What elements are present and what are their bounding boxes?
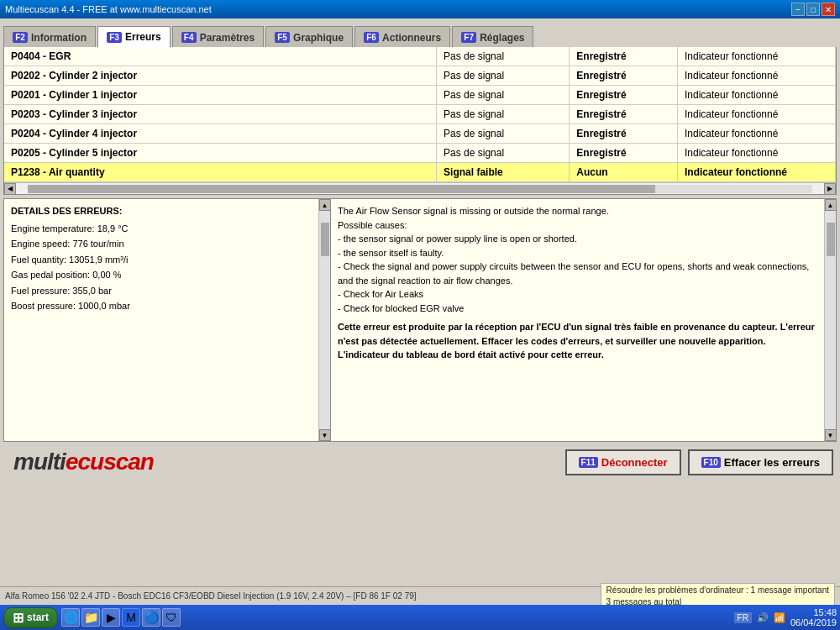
error-indicator: Indicateur fonctionné	[677, 47, 835, 66]
taskbar-icon-5[interactable]: 🔵	[142, 608, 160, 627]
tab-key: F7	[461, 32, 476, 43]
detail-line: Boost pressure: 1000,0 mbar	[11, 299, 312, 313]
error-signal: Pas de signal	[437, 144, 570, 163]
detail-line: Fuel pressure: 355,0 bar	[11, 284, 312, 298]
desc-english-line: - Check the signal and power supply circ…	[338, 260, 817, 287]
scroll-down-arrow[interactable]: ▼	[319, 429, 331, 441]
table-row[interactable]: P0202 - Cylinder 2 injector Pas de signa…	[4, 66, 836, 86]
tab-information[interactable]: F2Information	[3, 26, 96, 48]
tab-label: Information	[31, 32, 87, 44]
error-indicator: Indicateur fonctionné	[677, 163, 835, 182]
speaker-icon: 🔊	[757, 612, 769, 623]
desc-english-line: - Check for blocked EGR valve	[338, 302, 817, 316]
error-signal: Pas de signal	[437, 124, 570, 144]
description-scrollbar[interactable]: ▲ ▼	[824, 199, 836, 441]
error-code: P0201 - Cylinder 1 injector	[4, 86, 437, 105]
desc-french: Cette erreur est produite par la récepti…	[338, 320, 817, 362]
bottom-panels: DETAILS DES ERREURS: Engine temperature:…	[3, 198, 837, 442]
taskbar-icon-6[interactable]: 🛡	[162, 608, 181, 627]
error-enreg: Aucun	[570, 163, 678, 182]
table-row[interactable]: P1238 - Air quantity Signal faible Aucun…	[4, 163, 836, 182]
error-enreg: Enregistré	[570, 144, 678, 163]
disconnect-button[interactable]: F11 Déconnecter	[565, 449, 681, 475]
details-panel-inner: DETAILS DES ERREURS: Engine temperature:…	[4, 199, 330, 441]
minimize-button[interactable]: −	[791, 3, 805, 16]
taskbar: ⊞ start 🌐 📁 ▶ M 🔵 🛡 FR 🔊 📶 15:48 06/04/2…	[0, 605, 840, 630]
error-code: P0203 - Cylinder 3 injector	[4, 105, 437, 124]
maximize-button[interactable]: □	[806, 3, 820, 16]
scroll-thumb-right[interactable]	[827, 223, 835, 256]
tab-key: F3	[107, 32, 122, 43]
tab-key: F2	[13, 32, 28, 43]
scroll-up-arrow[interactable]: ▲	[319, 199, 331, 211]
table-row[interactable]: P0404 - EGR Pas de signal Enregistré Ind…	[4, 47, 836, 66]
scroll-left-arrow[interactable]: ◀	[4, 183, 16, 195]
table-scrollbar[interactable]: ◀ ▶	[4, 182, 836, 194]
detail-line: Gas pedal position: 0,00 %	[11, 268, 312, 282]
close-button[interactable]: ✕	[822, 3, 835, 16]
error-indicator: Indicateur fonctionné	[677, 144, 835, 163]
error-enreg: Enregistré	[570, 66, 678, 86]
taskbar-icon-3[interactable]: ▶	[102, 608, 120, 627]
error-indicator: Indicateur fonctionné	[677, 105, 835, 124]
detail-line: Fuel quantity: 13051,9 mm³/i	[11, 253, 312, 267]
scroll-thumb[interactable]	[321, 223, 329, 256]
scroll-right-arrow[interactable]: ▶	[824, 183, 836, 195]
table-row[interactable]: P0205 - Cylinder 5 injector Pas de signa…	[4, 144, 836, 163]
table-row[interactable]: P0203 - Cylinder 3 injector Pas de signa…	[4, 105, 836, 124]
logo: multiecuscan	[13, 449, 154, 475]
scrollbar-track[interactable]	[28, 185, 812, 193]
disconnect-key: F11	[579, 457, 598, 468]
logo-ecuscan: ecuscan	[66, 449, 154, 475]
bottom-bar: multiecuscan F11 Déconnecter F10 Effacer…	[0, 442, 840, 482]
error-signal: Pas de signal	[437, 47, 570, 66]
scrollbar-thumb[interactable]	[28, 185, 655, 193]
desc-english-line: Possible causes:	[338, 218, 817, 233]
logo-area: multiecuscan	[7, 445, 160, 479]
desc-english-line: - the sensor signal or power supply line…	[338, 232, 817, 246]
start-label: start	[27, 612, 49, 623]
clock: 15:48 06/04/2019	[790, 607, 837, 627]
details-scrollbar[interactable]: ▲ ▼	[318, 199, 330, 441]
table-row[interactable]: P0204 - Cylinder 4 injector Pas de signa…	[4, 124, 836, 144]
disconnect-label: Déconnecter	[601, 456, 668, 469]
description-panel: The Air Flow Sensor signal is missing or…	[331, 198, 837, 442]
statusbar: Alfa Romeo 156 '02 2.4 JTD - Bosch EDC16…	[0, 586, 840, 605]
effacer-button[interactable]: F10 Effacer les erreurs	[688, 449, 833, 475]
vehicle-info: Alfa Romeo 156 '02 2.4 JTD - Bosch EDC16…	[5, 591, 601, 601]
taskbar-icon-4[interactable]: M	[122, 608, 140, 627]
tab-paramtres[interactable]: F4Paramètres	[172, 26, 264, 48]
taskbar-items: 🌐 📁 ▶ M 🔵 🛡	[61, 608, 731, 627]
error-signal: Signal faible	[437, 163, 570, 182]
error-indicator: Indicateur fonctionné	[677, 86, 835, 105]
tab-label: Réglages	[480, 32, 524, 44]
table-row[interactable]: P0201 - Cylinder 1 injector Pas de signa…	[4, 86, 836, 105]
titlebar: Multiecuscan 4.4 - FREE at www.multiecus…	[0, 0, 840, 18]
scroll-up-arrow-right[interactable]: ▲	[825, 199, 837, 211]
tab-rglages[interactable]: F7Réglages	[452, 26, 533, 48]
tab-erreurs[interactable]: F3Erreurs	[97, 26, 171, 48]
error-code: P0204 - Cylinder 4 injector	[4, 124, 437, 144]
clock-date: 06/04/2019	[790, 617, 837, 627]
error-code: P0202 - Cylinder 2 injector	[4, 66, 437, 86]
taskbar-icon-2[interactable]: 📁	[81, 608, 100, 627]
error-code: P1238 - Air quantity	[4, 163, 437, 182]
tab-actionneurs[interactable]: F6Actionneurs	[354, 26, 450, 48]
scroll-down-arrow-right[interactable]: ▼	[825, 429, 837, 441]
taskbar-right: FR 🔊 📶 15:48 06/04/2019	[734, 607, 837, 627]
desc-english-line: - Check for Air Leaks	[338, 287, 817, 302]
tab-key: F6	[364, 32, 379, 43]
error-signal: Pas de signal	[437, 105, 570, 124]
details-title: DETAILS DES ERREURS:	[11, 204, 312, 218]
details-content: DETAILS DES ERREURS: Engine temperature:…	[4, 199, 318, 441]
details-panel: DETAILS DES ERREURS: Engine temperature:…	[3, 198, 331, 442]
window-controls: − □ ✕	[791, 3, 835, 16]
logo-multi: multi	[13, 449, 66, 475]
language-indicator: FR	[734, 612, 752, 623]
taskbar-icon-1[interactable]: 🌐	[61, 608, 80, 627]
desc-english-line: The Air Flow Sensor signal is missing or…	[338, 204, 817, 218]
start-button[interactable]: ⊞ start	[3, 607, 58, 628]
app-title: Multiecuscan 4.4 - FREE at www.multiecus…	[5, 4, 212, 14]
error-signal: Pas de signal	[437, 86, 570, 105]
tab-graphique[interactable]: F5Graphique	[265, 26, 353, 48]
